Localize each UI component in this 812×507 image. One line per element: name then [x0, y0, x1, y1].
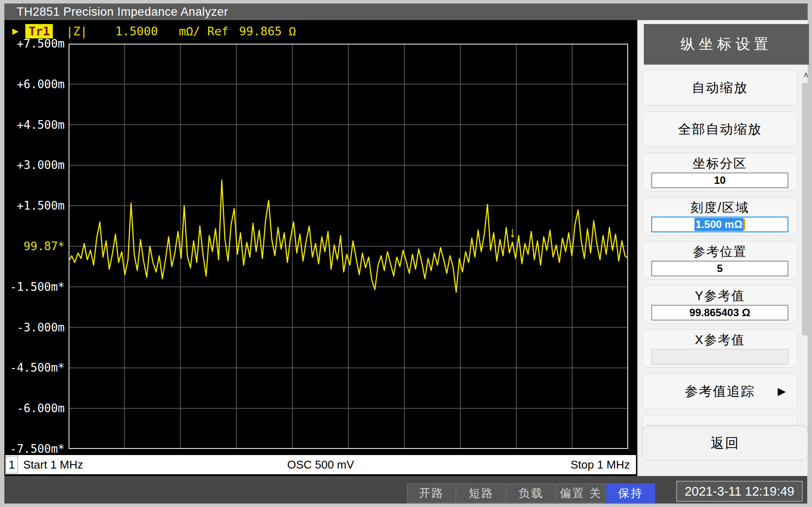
sweep-stop-label: Stop 1 MHz	[570, 458, 630, 472]
measurement-area: ▶ Tr1 |Z| 1.5000 mΩ/ Ref 99.865 Ω +7.500…	[4, 20, 639, 476]
bottom-bar-button[interactable]: 保持	[606, 483, 655, 503]
bottom-bar-button[interactable]: 开路	[407, 483, 456, 503]
panel-field: 坐标分区10	[642, 153, 798, 191]
panel-input-value: 99.865403 Ω	[689, 307, 750, 319]
panel-field-label: X参考值	[695, 332, 745, 347]
back-button[interactable]: 返回	[642, 426, 808, 461]
y-axis-tick-label: -1.500m*	[4, 280, 65, 293]
y-axis-tick-label: -6.000m	[4, 402, 65, 415]
side-panel-vertical-axis: 纵坐标设置 自动缩放全部自动缩放坐标分区10刻度/区域1.500 mΩ参考位置5…	[639, 20, 808, 476]
y-axis-tick-label: -4.500m*	[4, 361, 65, 374]
panel-field: Y参考值99.865403 Ω	[642, 285, 798, 324]
panel-input[interactable]: 10	[651, 172, 788, 188]
panel-input-value: 10	[714, 174, 726, 186]
panel-button[interactable]: 参考值追踪▶	[642, 373, 798, 409]
y-axis-tick-label: -7.500m*	[4, 442, 65, 455]
submenu-arrow-icon: ▶	[778, 385, 786, 397]
y-axis-tick-label: 99.87*	[4, 240, 65, 253]
panel-input[interactable]: 1.500 mΩ	[651, 217, 788, 232]
trace-tab[interactable]: Tr1	[25, 24, 53, 38]
y-axis-tick-label: +3.000m	[4, 159, 65, 172]
impedance-plot: ↓	[69, 44, 628, 449]
panel-scrollbar[interactable]: ∧ ∨	[801, 70, 811, 441]
sweep-status-strip: 1 Start 1 MHz OSC 500 mV Stop 1 MHz	[5, 455, 636, 474]
trace-scale-unit-ref: mΩ/ Ref	[179, 24, 229, 38]
panel-field-label: 坐标分区	[693, 156, 747, 171]
osc-level-label: OSC 500 mV	[5, 458, 636, 472]
trace-marker-icon: ↓	[509, 224, 516, 240]
y-axis-tick-label: -3.000m	[4, 321, 65, 334]
panel-input[interactable]: 99.865403 Ω	[651, 305, 788, 321]
trace-header: ▶ Tr1 |Z| 1.5000 mΩ/ Ref 99.865 Ω	[4, 24, 296, 38]
panel-input[interactable]	[651, 349, 788, 365]
scrollbar-thumb[interactable]	[802, 83, 810, 335]
bottom-bar-buttons: 开路短路负载偏置 关保持	[407, 483, 655, 503]
panel-button[interactable]: 全部自动缩放	[642, 111, 798, 147]
window-title: TH2851 Precision Impedance Analyzer	[17, 5, 228, 19]
panel-field: X参考值	[642, 329, 798, 368]
panel-field: 参考位置5	[642, 241, 798, 279]
y-axis-tick-label: +1.500m	[4, 199, 65, 212]
panel-field: 刻度/区域1.500 mΩ	[642, 197, 798, 235]
side-panel-title: 纵坐标设置	[644, 24, 809, 65]
panel-field-label: Y参考值	[695, 288, 745, 303]
clock-display: 2021-3-11 12:19:49	[676, 481, 803, 502]
scrollbar-up-icon[interactable]: ∧	[801, 70, 811, 79]
panel-input[interactable]: 5	[651, 261, 788, 276]
side-panel-items: 自动缩放全部自动缩放坐标分区10刻度/区域1.500 mΩ参考位置5Y参考值99…	[642, 70, 798, 451]
trace-parameter: |Z|	[66, 24, 87, 38]
trace-ref-value: 99.865 Ω	[239, 24, 296, 38]
panel-field-label: 刻度/区域	[691, 200, 749, 215]
panel-button-label: 自动缩放	[692, 79, 748, 97]
y-axis-tick-label: +7.500m	[4, 37, 65, 50]
panel-field-label: 参考位置	[693, 244, 747, 259]
instrument-screen: TH2851 Precision Impedance Analyzer ▶ Tr…	[0, 0, 812, 507]
bottom-bar-button[interactable]: 负载	[507, 483, 556, 503]
bottom-bar-button[interactable]: 短路	[457, 483, 506, 503]
title-bar: TH2851 Precision Impedance Analyzer	[4, 3, 808, 20]
y-axis-tick-label: +4.500m	[4, 118, 65, 131]
panel-button-label: 参考值追踪	[685, 383, 755, 400]
panel-button[interactable]: 自动缩放	[642, 70, 798, 106]
trace-scale-value: 1.5000	[115, 24, 158, 38]
panel-input-value: 1.500 mΩ	[695, 218, 743, 231]
trace-selector-icon: ▶	[12, 25, 18, 37]
text-caret	[743, 219, 745, 230]
y-axis-tick-label: +6.000m	[4, 78, 65, 91]
panel-button-label: 全部自动缩放	[678, 121, 762, 138]
bottom-bar-button[interactable]: 偏置 关	[556, 483, 605, 503]
bottom-bar: 开路短路负载偏置 关保持 2021-3-11 12:19:49	[4, 476, 807, 504]
panel-input-value: 5	[717, 262, 722, 275]
